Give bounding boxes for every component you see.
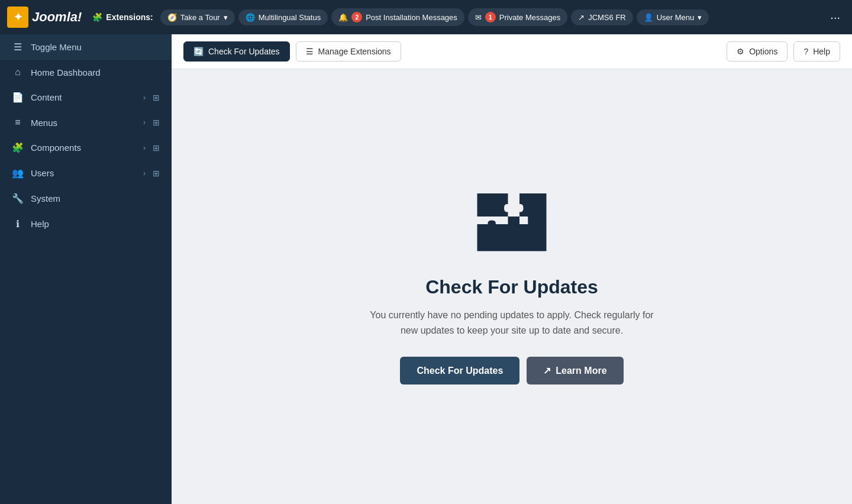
sidebar: ☰ Toggle Menu ⌂ Home Dashboard 📄 Content… [0,34,172,504]
refresh-icon: 🔄 [193,47,204,56]
grid-icon: ⊞ [153,93,160,102]
sidebar-item-content[interactable]: 📄 Content › ⊞ [0,85,172,110]
toolbar: 🔄 Check For Updates ☰ Manage Extensions … [172,34,852,69]
top-navigation: ✦ Joomla! 🧩 Extensions: 🧭 Take a Tour ▾ … [0,0,852,34]
joomla-logo-icon: ✦ [7,7,28,28]
content-icon: 📄 [12,92,24,103]
chevron-down-icon: ▾ [224,13,228,22]
mail-icon: ✉ [475,13,482,22]
jcms6fr-button[interactable]: ↗ JCMS6 FR [571,9,633,25]
sidebar-item-label: Menus [31,118,136,128]
gear-icon: ⚙ [737,47,744,56]
sidebar-item-system[interactable]: 🔧 System [0,186,172,211]
empty-state-title: Check For Updates [370,276,654,298]
puzzle-nav-icon: 🧩 [92,12,102,22]
user-icon: 👤 [644,13,653,22]
post-installation-messages-button[interactable]: 🔔 2 Post Installation Messages [331,8,464,26]
chevron-right-icon: › [143,118,146,127]
logo-text: Joomla! [32,9,82,25]
chevron-down-icon: ▾ [698,13,702,22]
puzzle-piece-icon [473,189,550,260]
take-a-tour-button[interactable]: 🧭 Take a Tour ▾ [160,9,235,25]
sidebar-item-toggle-menu[interactable]: ☰ Toggle Menu [0,34,172,60]
content-area: 🔄 Check For Updates ☰ Manage Extensions … [172,34,852,504]
home-icon: ⌂ [12,67,24,77]
chevron-right-icon: › [143,93,146,102]
sidebar-item-help[interactable]: ℹ Help [0,211,172,237]
check-for-updates-button[interactable]: Check For Updates [400,357,519,385]
tour-icon: 🧭 [167,13,177,22]
chevron-right-icon: › [143,169,146,177]
system-icon: 🔧 [12,193,24,204]
empty-state: 🧩 Check For Updates You currently have n… [358,165,666,408]
list-icon: ☰ [306,47,314,56]
manage-extensions-toolbar-button[interactable]: ☰ Manage Extensions [296,41,401,62]
sidebar-item-menus[interactable]: ≡ Menus › ⊞ [0,110,172,135]
sidebar-item-home-dashboard[interactable]: ⌂ Home Dashboard [0,60,172,85]
external-link-icon: ↗ [578,13,585,22]
user-menu-button[interactable]: 👤 User Menu ▾ [637,9,709,25]
check-for-updates-toolbar-button[interactable]: 🔄 Check For Updates [183,41,290,62]
sidebar-item-label: Home Dashboard [31,67,160,77]
joomla-logo[interactable]: ✦ Joomla! [7,7,82,28]
components-icon: 🧩 [12,142,24,153]
sidebar-item-label: Content [31,92,136,102]
main-layout: ☰ Toggle Menu ⌂ Home Dashboard 📄 Content… [0,34,852,504]
bell-icon: 🔔 [338,13,348,22]
private-messages-badge: 1 [485,12,496,22]
options-button[interactable]: ⚙ Options [727,41,788,62]
menus-icon: ≡ [12,117,24,128]
sidebar-item-users[interactable]: 👥 Users › ⊞ [0,160,172,186]
private-messages-button[interactable]: ✉ 1 Private Messages [468,8,567,26]
sidebar-item-label: Components [31,143,136,153]
sidebar-item-label: Users [31,168,136,178]
question-icon: ? [803,47,808,56]
extensions-label: 🧩 Extensions: [92,12,153,22]
puzzle-icon-container [370,189,654,260]
grid-icon: ⊞ [153,118,160,127]
post-installation-badge: 2 [351,12,362,22]
empty-state-description: You currently have no pending updates to… [370,308,654,338]
chevron-right-icon: › [143,144,146,152]
users-icon: 👥 [12,167,24,179]
grid-icon: ⊞ [153,169,160,178]
multilingual-status-button[interactable]: 🌐 Multilingual Status [238,9,328,25]
toolbar-right: ⚙ Options ? Help [727,41,840,62]
sidebar-item-label: System [31,193,160,203]
help-icon: ℹ [12,218,24,230]
sidebar-item-label: Help [31,219,160,229]
learn-more-button[interactable]: ↗ Learn More [527,357,623,385]
help-button[interactable]: ? Help [793,41,840,62]
more-options-button[interactable]: ··· [825,11,845,24]
page-content: 🧩 Check For Updates You currently have n… [172,69,852,504]
sidebar-item-components[interactable]: 🧩 Components › ⊞ [0,135,172,160]
empty-state-actions: Check For Updates ↗ Learn More [370,357,654,385]
multilingual-icon: 🌐 [246,13,255,22]
toggle-menu-icon: ☰ [12,41,24,53]
external-link-icon: ↗ [543,365,551,376]
grid-icon: ⊞ [153,143,160,153]
sidebar-item-label: Toggle Menu [31,42,160,52]
